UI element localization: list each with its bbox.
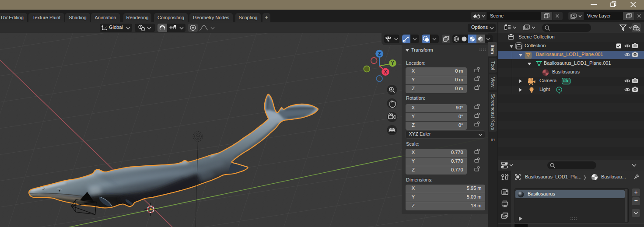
svg-text:Y: Y [391,61,394,66]
svg-text:X: X [384,70,387,74]
svg-text:Z: Z [378,52,381,56]
